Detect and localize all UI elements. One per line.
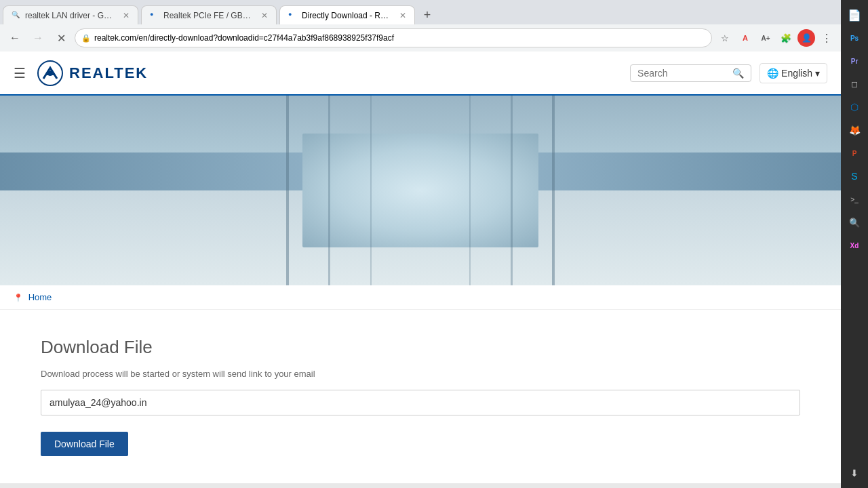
hamburger-menu[interactable]: ☰ xyxy=(14,65,26,81)
sidebar-skype-icon[interactable]: S xyxy=(845,167,864,186)
search-box: 🔍 xyxy=(630,64,751,82)
pillar-6 xyxy=(469,96,471,285)
tab3-close[interactable]: ✕ xyxy=(399,11,406,20)
sidebar-xd-icon[interactable]: Xd xyxy=(845,236,864,255)
pillar-2 xyxy=(328,96,330,285)
sidebar-files-icon[interactable]: 📄 xyxy=(845,5,864,24)
language-chevron: ▾ xyxy=(815,68,820,79)
forward-button[interactable]: → xyxy=(28,28,47,47)
address-input[interactable] xyxy=(75,28,712,47)
adblock2-icon[interactable]: A+ xyxy=(757,29,774,47)
sidebar-terminal-icon[interactable]: >_ xyxy=(845,190,864,209)
tab1-favicon: 🔍 xyxy=(12,11,21,20)
site-footer xyxy=(0,483,841,488)
extra-icons: ☆ A A+ 🧩 👤 ⋮ xyxy=(716,29,835,47)
chrome-menu-icon[interactable]: ⋮ xyxy=(818,29,835,47)
extension-icon[interactable]: 🧩 xyxy=(777,29,795,47)
download-file-button[interactable]: Download File xyxy=(41,432,128,456)
tab-bar: 🔍 realtek LAN driver - Google Search ✕ ●… xyxy=(0,0,841,24)
sidebar-capture-icon[interactable]: ◻ xyxy=(845,75,864,94)
site-header: ☰ Realtek 🔍 🌐 English ▾ xyxy=(0,52,841,96)
sidebar-search-icon[interactable]: 🔍 xyxy=(845,213,864,232)
right-sidebar: 📄 Ps Pr ◻ ⬡ 🦊 P S >_ 🔍 Xd ⬇ xyxy=(841,0,868,488)
tab-google-search[interactable]: 🔍 realtek LAN driver - Google Search ✕ xyxy=(3,5,138,24)
realtek-logo-icon xyxy=(37,60,64,87)
corridor-vanishing-point xyxy=(302,134,538,247)
pillar-4 xyxy=(552,96,555,285)
download-title: Download File xyxy=(41,337,800,358)
language-label: English xyxy=(781,68,812,79)
tab3-title: Directly Download - REALTEK xyxy=(302,11,393,20)
sidebar-powerpoint-icon[interactable]: P xyxy=(845,144,864,163)
lock-icon: 🔒 xyxy=(81,34,91,43)
browser-chrome: 🔍 realtek LAN driver - Google Search ✕ ●… xyxy=(0,0,841,52)
svg-point-1 xyxy=(47,70,53,76)
pillar-3 xyxy=(370,96,372,285)
search-button[interactable]: 🔍 xyxy=(732,68,744,79)
breadcrumb-icon: 📍 xyxy=(14,293,23,302)
adblock-icon[interactable]: A xyxy=(736,29,754,47)
logo-text: Realtek xyxy=(69,64,148,82)
website-content: ☰ Realtek 🔍 🌐 English ▾ xyxy=(0,52,841,488)
tab2-title: Realtek PCIe FE / GBE / 2.5G / Gami... xyxy=(163,11,254,20)
search-input[interactable] xyxy=(637,68,732,79)
tab1-close[interactable]: ✕ xyxy=(123,11,130,20)
breadcrumb: 📍 Home xyxy=(0,285,841,310)
sidebar-firefox-icon[interactable]: 🦊 xyxy=(845,121,864,140)
profile-icon[interactable]: 👤 xyxy=(797,29,815,47)
back-button[interactable]: ← xyxy=(5,28,24,47)
address-bar-wrap: 🔒 xyxy=(75,28,712,47)
tab-directly-download[interactable]: ● Directly Download - REALTEK ✕ xyxy=(279,5,415,24)
bookmark-icon[interactable]: ☆ xyxy=(716,29,734,47)
tab3-favicon: ● xyxy=(288,11,298,20)
globe-icon: 🌐 xyxy=(767,68,778,79)
tab-realtek-gbe[interactable]: ● Realtek PCIe FE / GBE / 2.5G / Gami...… xyxy=(141,5,277,24)
sidebar-vscode-icon[interactable]: ⬡ xyxy=(845,98,864,117)
pillar-1 xyxy=(286,96,289,285)
tab2-favicon: ● xyxy=(150,11,159,20)
email-input[interactable] xyxy=(41,390,800,415)
reload-button[interactable]: ✕ xyxy=(52,28,71,47)
breadcrumb-home-link[interactable]: Home xyxy=(28,292,52,302)
pillar-5 xyxy=(511,96,513,285)
tab2-close[interactable]: ✕ xyxy=(261,11,268,20)
download-desc: Download process will be started or syst… xyxy=(41,369,800,379)
new-tab-button[interactable]: + xyxy=(418,5,437,24)
realtek-logo: Realtek xyxy=(37,60,148,87)
corridor-image xyxy=(0,96,841,285)
download-section: Download File Download process will be s… xyxy=(0,310,841,483)
hero-banner xyxy=(0,96,841,285)
sidebar-premiere-icon[interactable]: Pr xyxy=(845,52,864,70)
tab1-title: realtek LAN driver - Google Search xyxy=(25,11,116,20)
sidebar-download-icon[interactable]: ⬇ xyxy=(845,464,864,483)
sidebar-photoshop-icon[interactable]: Ps xyxy=(845,28,864,47)
language-selector[interactable]: 🌐 English ▾ xyxy=(760,63,827,83)
nav-bar: ← → ✕ 🔒 ☆ A A+ 🧩 👤 ⋮ xyxy=(0,24,841,52)
